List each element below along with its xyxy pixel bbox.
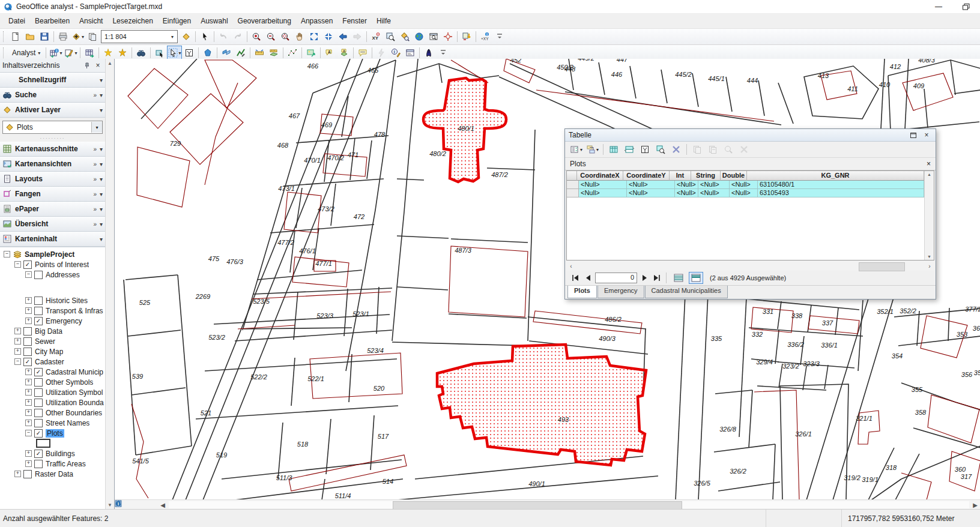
menu-item-bearbeiten[interactable]: Bearbeiten	[30, 15, 74, 27]
add-star-button[interactable]	[101, 46, 115, 60]
copy-selected-button[interactable]	[690, 142, 704, 157]
layer-checkbox[interactable]	[34, 419, 43, 427]
chevron-down-icon[interactable]: ▾	[74, 50, 77, 56]
table-tab-cadastral-municipalities[interactable]: Cadastral Municipalities	[645, 286, 728, 298]
pan-hand-button[interactable]	[292, 29, 307, 44]
expand-icon[interactable]: +	[25, 450, 32, 457]
layer-checkbox[interactable]	[23, 337, 32, 346]
chevron-down-icon[interactable]: ▾	[100, 161, 103, 167]
expand-panel-icon[interactable]: »	[93, 191, 97, 197]
chevron-down-icon[interactable]: ▾	[178, 50, 181, 56]
grid-scroll-thumb[interactable]	[859, 262, 906, 271]
map-horizontal-scrollbar[interactable]: ◀ ▶	[115, 499, 980, 510]
zoom-selected-button[interactable]	[721, 142, 736, 157]
pen-ink-button[interactable]	[422, 46, 436, 60]
column-header-int[interactable]: Int	[670, 171, 691, 181]
table-cell[interactable]: <Null>	[579, 181, 627, 189]
pause-icon[interactable]	[147, 501, 158, 509]
expand-panel-icon[interactable]: »	[93, 206, 97, 212]
scroll-down-icon[interactable]: ▼	[107, 501, 112, 510]
collapse-icon[interactable]: −	[25, 430, 32, 436]
table-cell[interactable]: <Null>	[627, 189, 675, 197]
layer-label[interactable]: Historic Sites	[46, 297, 88, 305]
sidebar-section-layouts[interactable]: Layouts»▾	[0, 172, 105, 187]
chevron-down-icon[interactable]: ▾	[100, 221, 103, 227]
next-record-button[interactable]	[639, 273, 650, 283]
table-cell[interactable]: <Null>	[579, 189, 627, 197]
layer-checkbox[interactable]: ✓	[34, 429, 43, 438]
analyst-menu-button[interactable]: Analyst▾	[8, 47, 44, 58]
add-data-button[interactable]: ▾	[70, 29, 85, 44]
chevron-down-icon[interactable]: ▾	[100, 107, 103, 113]
table-cell[interactable]: <Null>	[627, 181, 675, 189]
select-table-button[interactable]	[606, 142, 621, 157]
layer-label[interactable]: Other Boundaries	[46, 409, 102, 417]
first-record-button[interactable]	[570, 273, 581, 283]
redo-button[interactable]	[231, 29, 245, 44]
globe-button[interactable]	[412, 29, 426, 44]
table-window-titlebar[interactable]: Tabelle ×	[565, 129, 936, 142]
related-tables-button[interactable]: ▾	[585, 142, 600, 157]
close-icon[interactable]: ×	[93, 61, 103, 70]
column-header-kg_gnr[interactable]: KG_GNR	[747, 171, 924, 181]
expand-panel-icon[interactable]: »	[93, 221, 97, 227]
select-poly-button[interactable]	[182, 46, 196, 60]
expand-panel-icon[interactable]: »	[93, 176, 97, 182]
clip-diamond-button[interactable]	[201, 46, 215, 60]
chevron-down-icon[interactable]: ▾	[100, 206, 103, 212]
measure-area-button[interactable]	[267, 46, 281, 60]
layer-checkbox[interactable]	[34, 297, 43, 305]
i-xy-button[interactable]: i+XY	[478, 29, 492, 44]
table-menu-button[interactable]: ▾	[569, 142, 584, 157]
measure-ruler-button[interactable]	[252, 46, 267, 60]
undo-button[interactable]	[216, 29, 231, 44]
vertex-edit-button[interactable]	[285, 46, 300, 60]
chevron-down-icon[interactable]: ▾	[596, 147, 599, 152]
expand-icon[interactable]: +	[14, 348, 21, 355]
layer-checkbox[interactable]	[34, 460, 43, 468]
table-cell[interactable]: <Null>	[698, 189, 730, 197]
expand-icon[interactable]: +	[14, 471, 21, 477]
expand-icon[interactable]: +	[14, 328, 21, 334]
expand-panel-icon[interactable]: »	[93, 146, 97, 152]
sidebar-section-kartenansichten[interactable]: Kartenansichten»▾	[0, 157, 105, 172]
lightning-button[interactable]	[374, 46, 389, 60]
sidebar-section--bersicht[interactable]: Übersicht»▾	[0, 217, 105, 232]
binoculars-button[interactable]	[134, 46, 148, 60]
expand-icon[interactable]: +	[25, 297, 32, 304]
chevron-down-icon[interactable]: ▾	[580, 147, 582, 152]
scroll-up-icon[interactable]: ▲	[107, 59, 112, 68]
identify-diamond-button[interactable]	[398, 29, 412, 44]
forward-extent-button[interactable]	[350, 29, 364, 44]
layer-label[interactable]: Other Symbols	[46, 378, 93, 387]
crosshair-button[interactable]	[441, 29, 455, 44]
layer-checkbox[interactable]	[23, 327, 32, 336]
sidebar-section-epaper[interactable]: ePaper»▾	[0, 202, 105, 217]
expand-icon[interactable]: +	[25, 307, 32, 314]
grid-horizontal-scrollbar[interactable]: ‹ ›	[566, 261, 934, 271]
layer-label[interactable]: City Map	[35, 348, 63, 356]
last-record-button[interactable]	[652, 273, 662, 283]
layer-label[interactable]: Traffic Areas	[46, 460, 86, 468]
expand-icon[interactable]: +	[25, 409, 32, 416]
layer-checkbox[interactable]: ✓	[34, 317, 43, 325]
flip-pages-button[interactable]	[219, 46, 234, 60]
label-callout-button[interactable]: A	[322, 46, 337, 60]
map-scroll-thumb[interactable]	[393, 501, 682, 510]
drag-handle[interactable]: ·········	[0, 137, 105, 142]
chevron-down-icon[interactable]: ▾	[100, 77, 103, 83]
sidebar-section-fangen[interactable]: Fangen»▾	[0, 187, 105, 202]
expand-panel-icon[interactable]: »	[93, 92, 97, 98]
pin-icon[interactable]	[83, 62, 93, 69]
menu-item-geoverarbeitung[interactable]: Geoverarbeitung	[233, 15, 296, 27]
column-header-double[interactable]: Double	[721, 171, 747, 181]
layer-checkbox[interactable]	[34, 271, 43, 279]
layer-checkbox[interactable]	[34, 409, 43, 417]
magnifier-window-button[interactable]	[383, 29, 398, 44]
fixed-zoom-in-button[interactable]	[307, 29, 321, 44]
menu-item-einfügen[interactable]: Einfügen	[158, 15, 196, 27]
layer-checkbox[interactable]	[34, 399, 43, 407]
back-extent-button[interactable]	[336, 29, 350, 44]
layer-label[interactable]: Plots	[46, 429, 64, 438]
edit-sketch-button[interactable]: ▾	[63, 46, 78, 60]
